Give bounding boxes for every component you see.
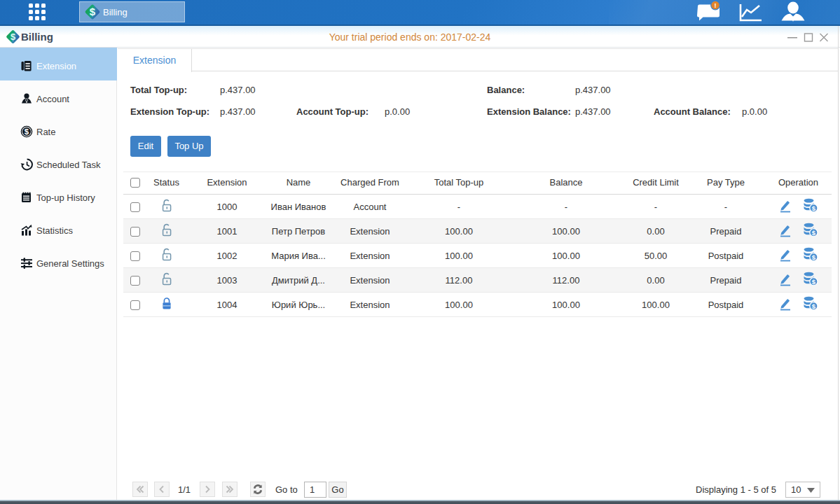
- svg-text:$: $: [812, 229, 816, 237]
- svg-text:$: $: [812, 302, 816, 310]
- svg-text:$: $: [812, 253, 816, 261]
- svg-text:$: $: [90, 6, 96, 18]
- svg-text:$: $: [812, 204, 816, 212]
- svg-text:$: $: [25, 127, 29, 136]
- svg-text:$: $: [812, 278, 816, 286]
